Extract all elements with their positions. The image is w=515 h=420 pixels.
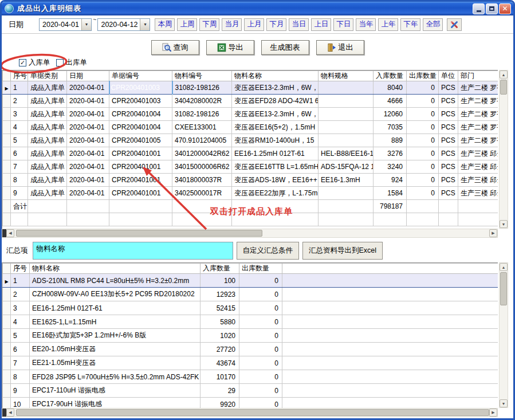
- column-header[interactable]: 物料名称: [232, 71, 319, 81]
- summary-horizontal-scrollbar[interactable]: ◀ ▶: [2, 408, 498, 417]
- cell[interactable]: EE16-1.3mH: [319, 174, 374, 187]
- cell[interactable]: [407, 200, 439, 213]
- table-row[interactable]: 5成品入库单2020-04-01CPR200401005470.91012040…: [3, 134, 498, 147]
- cell[interactable]: 2: [11, 288, 30, 301]
- row-selector[interactable]: [3, 398, 11, 409]
- date-from-combo[interactable]: 2020-04-01 ▾: [39, 18, 92, 31]
- cell[interactable]: 5: [11, 134, 28, 147]
- cell[interactable]: 924: [374, 174, 407, 187]
- cell[interactable]: 9: [11, 384, 30, 398]
- cell[interactable]: CPR200401004: [109, 121, 172, 134]
- scrollbar-grip[interactable]: [2, 409, 6, 417]
- query-button[interactable]: 查询: [151, 40, 199, 55]
- cell[interactable]: [458, 213, 498, 226]
- cell[interactable]: 0: [239, 356, 282, 370]
- row-selector[interactable]: [3, 288, 11, 301]
- cell[interactable]: 2020-04-01: [67, 174, 109, 187]
- quick-range-button[interactable]: 当日: [289, 18, 309, 31]
- cell[interactable]: 3276: [374, 147, 407, 160]
- chart-button[interactable]: 生成图表: [261, 40, 309, 55]
- scroll-down-icon[interactable]: ▼: [500, 220, 508, 228]
- cell[interactable]: EE16-1.25mH 012T-61: [232, 147, 319, 160]
- table-row[interactable]: 8EFD28 JSP95 L=700uH±5% H=3.5±0.2mm ADS-…: [3, 370, 498, 384]
- detail-horizontal-scrollbar[interactable]: ◀ ▶: [2, 229, 498, 238]
- table-row[interactable]: 4EE1625-1,L=1.15mH58800: [3, 315, 498, 329]
- cell[interactable]: 2020-04-01: [67, 187, 109, 200]
- cell[interactable]: 8: [11, 174, 28, 187]
- cell[interactable]: [109, 200, 172, 213]
- cell[interactable]: CZH008W-09V-A0 EE13加长5+2 PC95 RD20180202: [30, 288, 201, 301]
- cell[interactable]: 9: [11, 187, 28, 200]
- cell[interactable]: PCS: [439, 108, 458, 121]
- quick-range-button[interactable]: 上月: [244, 18, 264, 31]
- cell[interactable]: 2020-04-01: [67, 134, 109, 147]
- scroll-right-icon[interactable]: ▶: [489, 229, 497, 237]
- quick-range-button[interactable]: 上年: [378, 18, 398, 31]
- column-header[interactable]: 序号: [11, 71, 28, 81]
- scrollbar-thumb[interactable]: [16, 230, 262, 237]
- cell[interactable]: 成品入库单: [28, 147, 67, 160]
- table-row[interactable]: 8成品入库单2020-04-01CPR20040100134018000037R…: [3, 174, 498, 187]
- cell[interactable]: 0: [239, 301, 282, 315]
- cell[interactable]: [28, 213, 67, 226]
- cell[interactable]: 2020-04-01: [67, 95, 109, 108]
- cell[interactable]: PCS: [439, 147, 458, 160]
- cell[interactable]: PCS: [439, 160, 458, 174]
- cell[interactable]: 0: [239, 315, 282, 329]
- detail-vertical-scrollbar[interactable]: ▲ ▼: [499, 70, 508, 229]
- cell[interactable]: 0: [407, 121, 439, 134]
- row-selector[interactable]: [3, 174, 11, 187]
- cell[interactable]: 100: [201, 274, 239, 288]
- export-button[interactable]: 导出: [206, 40, 254, 55]
- table-row[interactable]: 4成品入库单2020-04-01CPR200401004CXEE133001变压…: [3, 121, 498, 134]
- cell[interactable]: [232, 200, 319, 213]
- cell[interactable]: 8040: [374, 81, 407, 95]
- cell[interactable]: CPR200401001: [109, 147, 172, 160]
- cell[interactable]: 7035: [374, 121, 407, 134]
- cell[interactable]: 0: [239, 288, 282, 301]
- table-row[interactable]: 5EE16卧式加宽5+3P 1.2mH+/-6% B版10200: [3, 329, 498, 343]
- minimize-button[interactable]: [473, 3, 485, 14]
- scroll-down-icon[interactable]: ▼: [500, 399, 508, 407]
- cell[interactable]: 31082-198126: [172, 108, 232, 121]
- column-header[interactable]: 出库数量: [407, 71, 439, 81]
- cell[interactable]: 生产三楼 邱云: [458, 187, 498, 200]
- cell[interactable]: 成品入库单: [28, 81, 67, 95]
- row-selector[interactable]: ▶: [3, 81, 11, 95]
- table-row[interactable]: 6EE20-1.05mH变压器277200: [3, 343, 498, 356]
- cell[interactable]: 1: [11, 81, 28, 95]
- row-selector[interactable]: [3, 384, 11, 398]
- cell[interactable]: 0: [407, 134, 439, 147]
- cell[interactable]: 成品入库单: [28, 95, 67, 108]
- cell[interactable]: 成品入库单: [28, 134, 67, 147]
- cell[interactable]: [172, 213, 232, 226]
- cell[interactable]: 34012000042R62: [172, 147, 232, 160]
- cell[interactable]: CPR200401001: [109, 160, 172, 174]
- quick-range-button[interactable]: 下月: [266, 18, 286, 31]
- column-header[interactable]: 单据编号: [109, 71, 172, 81]
- cell[interactable]: 0: [407, 174, 439, 187]
- scrollbar-thumb[interactable]: [500, 272, 507, 305]
- cell[interactable]: 12923: [201, 288, 239, 301]
- cell[interactable]: 4666: [374, 95, 407, 108]
- cell[interactable]: 成品入库单: [28, 174, 67, 187]
- column-header[interactable]: 入库数量: [374, 71, 407, 81]
- row-selector[interactable]: [3, 370, 11, 384]
- cell[interactable]: 3: [11, 108, 28, 121]
- cell[interactable]: 43674: [201, 356, 239, 370]
- cell[interactable]: CPR200401003: [109, 95, 172, 108]
- scroll-right-icon[interactable]: ▶: [489, 409, 497, 417]
- table-row[interactable]: 6成品入库单2020-04-01CPR20040100134012000042R…: [3, 147, 498, 160]
- row-selector[interactable]: ▶: [3, 274, 11, 288]
- cell[interactable]: [319, 187, 374, 200]
- cell[interactable]: [439, 200, 458, 213]
- cell[interactable]: 变压器RM10-1400uH，15: [232, 134, 319, 147]
- cell[interactable]: 8: [11, 370, 30, 384]
- cell[interactable]: 3240: [374, 160, 407, 174]
- column-header[interactable]: 日期: [67, 71, 109, 81]
- table-row[interactable]: 3EE16-1.25mH 012T-61524150: [3, 301, 498, 315]
- table-row[interactable]: 2CZH008W-09V-A0 EE13加长5+2 PC95 RD2018020…: [3, 288, 498, 301]
- cell[interactable]: 变压器EE22加厚，L-1.75m: [232, 187, 319, 200]
- cell[interactable]: 生产二楼 罗平: [458, 134, 498, 147]
- table-row[interactable]: ▶1ADS-210NL RM8 PC44 L=80uH±5% H=3.2±0.2…: [3, 274, 498, 288]
